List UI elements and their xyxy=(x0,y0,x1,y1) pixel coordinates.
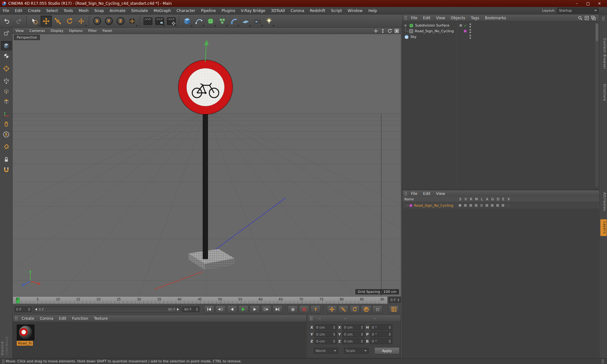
environment-floor-button[interactable] xyxy=(240,15,251,27)
viewport-menu-filter[interactable]: Filter xyxy=(85,29,100,33)
record-rotation-toggle[interactable] xyxy=(350,305,360,313)
scale-mode-select[interactable]: Scale xyxy=(344,348,369,354)
om-scrollbar-thumb[interactable] xyxy=(596,23,598,41)
om-menu-bookmarks[interactable]: Bookmarks xyxy=(482,16,509,20)
om-menu-objects[interactable]: Objects xyxy=(448,16,468,20)
layer-name[interactable]: Road_Sign_No_Cycling xyxy=(414,203,453,208)
column-solo[interactable]: S xyxy=(458,197,463,201)
menu-plugins[interactable]: Plugins xyxy=(219,7,238,15)
view-toggle-icon[interactable] xyxy=(464,204,467,207)
viewport-menu-panel[interactable]: Panel xyxy=(100,29,115,33)
end-frame-field[interactable]: 90 F xyxy=(182,306,199,312)
tab-content-browser[interactable]: Content Browser xyxy=(600,36,607,71)
viewport-pan-button[interactable] xyxy=(373,28,379,33)
viewport-menu-display[interactable]: Display xyxy=(48,29,66,33)
dock-grip-icon[interactable] xyxy=(602,16,605,21)
material-name-label[interactable]: Road_Si xyxy=(17,341,33,346)
xref-toggle-icon[interactable] xyxy=(507,204,510,207)
resize-grip-icon[interactable] xyxy=(601,359,604,363)
material-menu-create[interactable]: Create xyxy=(19,316,37,321)
column-xref[interactable]: X xyxy=(506,197,511,201)
menu-script[interactable]: Script xyxy=(328,7,345,15)
panel-windows-icon[interactable] xyxy=(591,16,596,20)
menu-simulate[interactable]: Simulate xyxy=(128,7,151,15)
close-button[interactable]: × xyxy=(594,0,605,7)
texture-mode-button[interactable] xyxy=(1,51,12,61)
maximize-button[interactable]: □ xyxy=(582,0,594,7)
position-z-field[interactable]: 0 cm xyxy=(315,338,337,344)
material-menu-edit[interactable]: Edit xyxy=(56,316,69,321)
viewport-rotate-button[interactable] xyxy=(387,28,393,33)
camera-button[interactable] xyxy=(252,15,263,27)
goto-end-button[interactable] xyxy=(273,305,283,313)
stepper-down-icon[interactable] xyxy=(397,300,399,301)
panel-grip-icon[interactable] xyxy=(15,316,18,320)
parent-up-icon[interactable] xyxy=(585,16,589,20)
material-menu-function[interactable]: Function xyxy=(69,316,91,321)
render-settings-button[interactable] xyxy=(166,15,177,27)
column-lock[interactable]: L xyxy=(480,197,484,201)
viewport-canvas[interactable]: Perspective Grid Spacing : 100 cm xyxy=(13,34,401,296)
menu-help[interactable]: Help xyxy=(365,7,380,15)
scale-tool-button[interactable] xyxy=(52,15,64,27)
record-parameter-toggle[interactable]: P xyxy=(361,305,371,313)
deformers-toggle-icon[interactable] xyxy=(496,204,499,207)
visibility-dots[interactable] xyxy=(469,23,471,27)
object-row-road-sign[interactable]: Road_Sign_No_Cycling xyxy=(402,28,599,34)
om-scrollbar[interactable] xyxy=(595,23,598,187)
om-menu-file[interactable]: File xyxy=(408,16,420,20)
menu-pipeline[interactable]: Pipeline xyxy=(198,7,219,15)
panel-grip-icon[interactable] xyxy=(404,191,407,196)
points-mode-button[interactable] xyxy=(1,76,12,86)
freehand-spline-button[interactable] xyxy=(193,15,205,27)
model-mode-button[interactable] xyxy=(1,41,12,51)
redo-button[interactable] xyxy=(13,15,24,27)
name-column-header[interactable]: Name xyxy=(404,197,414,201)
goto-start-button[interactable] xyxy=(204,305,214,313)
coords-header-position[interactable]: -- xyxy=(314,316,340,321)
coords-header-size[interactable]: -- xyxy=(340,316,369,321)
axis-mode-button[interactable] xyxy=(1,109,12,119)
undo-button[interactable] xyxy=(1,15,13,27)
menu-animate[interactable]: Animate xyxy=(107,7,128,15)
menu-file[interactable]: File xyxy=(0,7,12,15)
column-render[interactable]: R xyxy=(469,197,473,201)
menu-create[interactable]: Create xyxy=(25,7,43,15)
viewport-zoom-button[interactable] xyxy=(380,28,386,33)
size-y-field[interactable]: 0 cm xyxy=(342,331,365,337)
last-used-tool-button[interactable] xyxy=(76,15,87,27)
snap-toggle-button[interactable]: S xyxy=(1,130,12,139)
search-icon[interactable] xyxy=(578,16,582,20)
panel-grip-icon[interactable] xyxy=(404,16,407,20)
om-menu-tags[interactable]: Tags xyxy=(468,16,482,20)
snap-magnet-button[interactable] xyxy=(1,165,12,174)
tab-structure[interactable]: Structure xyxy=(600,82,607,104)
record-options-button[interactable]: ? xyxy=(310,305,321,313)
stepper-up-icon[interactable] xyxy=(397,298,399,300)
coordinate-system-select[interactable]: World xyxy=(314,348,338,354)
render-view-button[interactable] xyxy=(142,15,154,27)
frame-range-slider[interactable]: 0 F 90 F xyxy=(33,306,181,312)
material-menu-corona[interactable]: Corona xyxy=(37,316,56,321)
autokeying-button[interactable] xyxy=(299,305,309,313)
layer-color-chip[interactable] xyxy=(464,30,467,33)
object-name[interactable]: Subdivision Surface xyxy=(415,23,449,27)
minimize-button[interactable]: – xyxy=(571,0,582,7)
start-frame-field[interactable]: 0 F xyxy=(15,306,32,312)
viewport-menu-view[interactable]: View xyxy=(13,29,27,33)
column-manager[interactable]: M xyxy=(474,197,479,201)
menu-3dtoall[interactable]: 3DToAll xyxy=(268,7,288,15)
column-view[interactable]: V xyxy=(463,197,468,201)
lock-y-axis-button[interactable]: Y xyxy=(103,15,114,27)
light-button[interactable] xyxy=(263,15,275,27)
rotation-h-field[interactable]: 0 ° xyxy=(370,325,392,330)
layer-color-chip[interactable] xyxy=(409,204,412,207)
column-animation[interactable]: A xyxy=(485,197,489,201)
menu-select[interactable]: Select xyxy=(43,7,61,15)
menu-vray-bridge[interactable]: V-Ray Bridge xyxy=(238,7,268,15)
rotation-p-field[interactable]: 0 ° xyxy=(370,331,392,337)
menu-tools[interactable]: Tools xyxy=(61,7,76,15)
lock-x-axis-button[interactable]: X xyxy=(91,15,103,27)
menu-edit[interactable]: Edit xyxy=(12,7,25,15)
live-selection-button[interactable] xyxy=(29,15,40,27)
